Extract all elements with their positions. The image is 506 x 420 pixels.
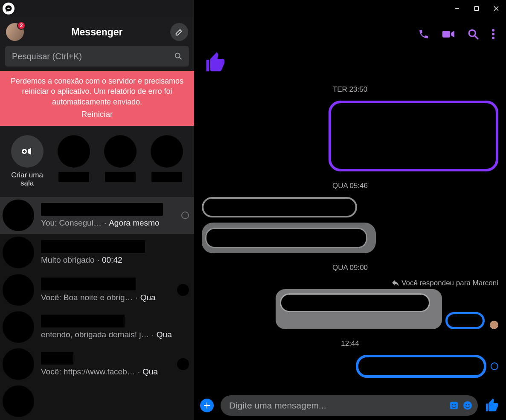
alert-restart-button[interactable]: Reiniciar	[3, 109, 191, 120]
titlebar	[0, 0, 506, 17]
add-attachment-button[interactable]	[200, 399, 214, 412]
message-input[interactable]	[228, 400, 445, 411]
svg-point-21	[465, 404, 467, 405]
conversation-item[interactable]: Você: https://www.faceb…·Qua	[0, 346, 194, 383]
svg-point-18	[452, 404, 453, 405]
message-input-box[interactable]	[221, 395, 478, 416]
message-row	[202, 197, 498, 217]
conversation-avatar	[3, 311, 34, 343]
conversation-avatar	[3, 274, 34, 306]
svg-rect-17	[450, 402, 458, 409]
create-room-tile[interactable]: Criar uma sala	[8, 135, 47, 188]
timestamp: QUA 05:46	[202, 182, 498, 190]
outgoing-message-bubble[interactable]	[356, 355, 486, 378]
conversation-name-redacted	[41, 352, 73, 365]
incoming-message-bubble[interactable]	[202, 223, 376, 253]
svg-rect-8	[24, 150, 25, 153]
svg-rect-16	[204, 405, 210, 406]
thumbs-up-icon	[485, 398, 500, 413]
timestamp: TER 23:50	[202, 85, 498, 94]
room-name-redacted	[151, 172, 182, 182]
incoming-message-bubble[interactable]	[202, 197, 357, 217]
search-icon	[174, 52, 183, 61]
conversation-avatar	[3, 237, 34, 268]
conversation-name-redacted	[41, 278, 136, 290]
notification-badge: 2	[17, 21, 26, 30]
conversation-preview: You: Consegui…·Agora mesmo	[41, 218, 179, 228]
create-room-circle	[11, 135, 44, 168]
sticker-button[interactable]	[449, 400, 459, 411]
conversation-item[interactable]: Você: Boa noite e obrig…·Qua	[0, 271, 194, 308]
send-like-button[interactable]	[485, 398, 500, 413]
voice-call-button[interactable]	[418, 29, 429, 40]
room-tile[interactable]	[54, 135, 93, 188]
plus-icon	[204, 402, 210, 409]
room-tile[interactable]	[101, 135, 140, 188]
more-options-button[interactable]	[491, 29, 495, 40]
search-box[interactable]	[5, 46, 189, 67]
svg-rect-9	[442, 31, 450, 38]
rooms-row: Criar uma sala	[0, 126, 194, 197]
reply-indicator: Você respondeu para Marconi	[202, 279, 498, 287]
conversation-preview: Muito obrigado·00:42	[41, 255, 189, 265]
message-row	[202, 101, 498, 171]
thumbs-up-icon	[204, 51, 227, 74]
emoji-icon	[462, 400, 473, 411]
reply-message-bubble[interactable]	[445, 312, 485, 329]
svg-line-11	[475, 36, 478, 39]
big-like-message	[202, 51, 498, 80]
chat-header-actions	[194, 17, 506, 51]
svg-point-14	[492, 37, 494, 39]
my-avatar[interactable]: 2	[6, 23, 24, 41]
svg-line-5	[180, 58, 182, 60]
app-title: Messenger	[24, 26, 170, 38]
video-call-button[interactable]	[442, 29, 455, 39]
conversation-item[interactable]: Muito obrigado·00:42	[0, 234, 194, 271]
sent-status-ring	[491, 362, 498, 370]
conversation-avatar	[3, 385, 34, 417]
room-name-redacted	[105, 172, 136, 182]
reply-arrow-icon	[392, 280, 399, 286]
message-row	[202, 355, 498, 378]
conversation-preview: Você: https://www.faceb…·Qua	[41, 367, 174, 377]
video-icon	[442, 29, 455, 39]
svg-point-4	[175, 53, 180, 58]
svg-rect-1	[475, 7, 479, 11]
compose-icon	[174, 27, 184, 37]
more-vertical-icon	[491, 29, 495, 40]
conversation-item[interactable]	[0, 383, 194, 420]
emoji-button[interactable]	[462, 400, 473, 411]
connection-alert: Perdemos a conexão com o servidor e prec…	[0, 71, 194, 126]
svg-point-12	[492, 29, 494, 32]
create-room-label: Criar uma sala	[8, 171, 47, 188]
alert-message: Perdemos a conexão com o servidor e prec…	[3, 76, 191, 107]
message-row	[202, 223, 498, 253]
conversation-item[interactable]: You: Consegui…·Agora mesmo	[0, 197, 194, 234]
svg-point-20	[463, 401, 472, 410]
conversation-preview: entendo, obrigada demais! j…·Qua	[41, 330, 189, 339]
search-conversation-button[interactable]	[468, 29, 479, 40]
svg-point-19	[454, 404, 456, 405]
sticker-icon	[449, 400, 459, 411]
quoted-message-bubble[interactable]	[276, 289, 442, 329]
timestamp: QUA 09:00	[202, 264, 498, 272]
svg-point-13	[492, 33, 494, 35]
conversation-name-redacted	[41, 203, 163, 216]
room-tile[interactable]	[148, 135, 186, 188]
minimize-button[interactable]	[447, 0, 467, 17]
search-input[interactable]	[11, 51, 174, 62]
svg-point-22	[468, 404, 469, 405]
titlebar-left	[0, 0, 194, 17]
messenger-logo-icon	[3, 3, 15, 14]
search-wrap	[0, 46, 194, 71]
read-status-avatar	[177, 284, 189, 296]
timestamp: 12:44	[202, 339, 498, 348]
compose-button[interactable]	[170, 23, 188, 41]
video-plus-icon	[21, 147, 33, 156]
conversation-item[interactable]: entendo, obrigada demais! j…·Qua	[0, 308, 194, 345]
sidebar-header: 2 Messenger	[0, 17, 194, 46]
read-status-ring	[181, 211, 189, 219]
close-button[interactable]	[486, 0, 506, 17]
maximize-button[interactable]	[467, 0, 486, 17]
outgoing-message-bubble[interactable]	[329, 101, 498, 171]
